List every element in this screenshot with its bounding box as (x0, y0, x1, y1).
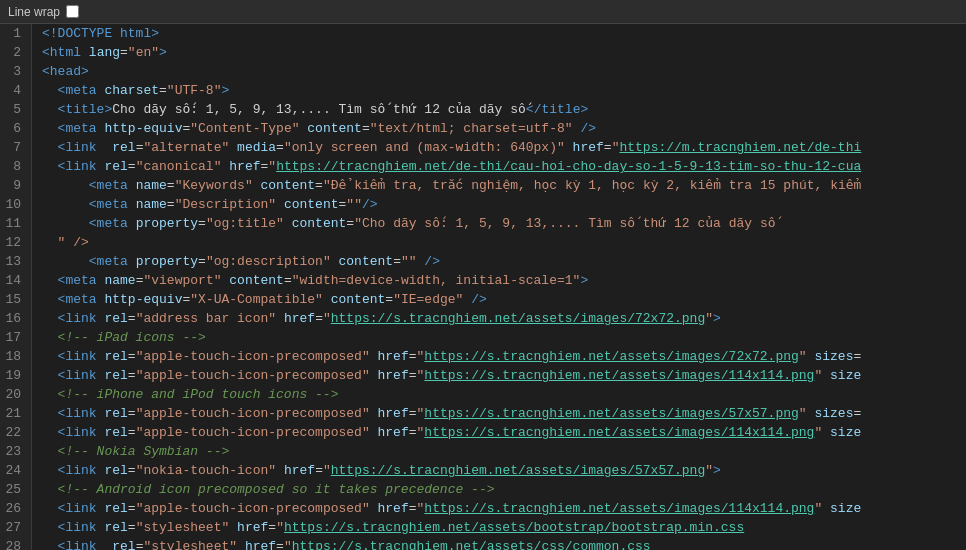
line-number: 1 (0, 24, 25, 43)
line-number: 8 (0, 157, 25, 176)
code-line: <link rel="nokia-touch-icon" href="https… (42, 461, 966, 480)
line-number: 21 (0, 404, 25, 423)
code-line: <link rel="apple-touch-icon-precomposed"… (42, 366, 966, 385)
line-number: 16 (0, 309, 25, 328)
code-line: <!-- Android icon precomposed so it take… (42, 480, 966, 499)
code-line: <head> (42, 62, 966, 81)
line-number: 11 (0, 214, 25, 233)
code-line: <html lang="en"> (42, 43, 966, 62)
code-line: <meta property="og:title" content="Cho d… (42, 214, 966, 233)
line-number: 2 (0, 43, 25, 62)
line-number: 23 (0, 442, 25, 461)
line-number: 19 (0, 366, 25, 385)
code-line: <meta name="Description" content=""/> (42, 195, 966, 214)
line-number: 18 (0, 347, 25, 366)
line-wrap-label: Line wrap (8, 5, 60, 19)
top-bar: Line wrap (0, 0, 966, 24)
line-number: 5 (0, 100, 25, 119)
code-line: <link rel="alternate" media="only screen… (42, 138, 966, 157)
line-number: 24 (0, 461, 25, 480)
line-wrap-checkbox[interactable] (66, 5, 79, 18)
code-line: " /> (42, 233, 966, 252)
line-number: 20 (0, 385, 25, 404)
line-number: 17 (0, 328, 25, 347)
code-content: <!DOCTYPE html><html lang="en"><head> <m… (32, 24, 966, 550)
code-line: <link rel="canonical" href="https://trac… (42, 157, 966, 176)
code-line: <!-- iPhone and iPod touch icons --> (42, 385, 966, 404)
line-number: 6 (0, 119, 25, 138)
code-line: <!-- iPad icons --> (42, 328, 966, 347)
code-line: <link rel="apple-touch-icon-precomposed"… (42, 347, 966, 366)
line-number: 3 (0, 62, 25, 81)
line-number: 7 (0, 138, 25, 157)
line-number: 10 (0, 195, 25, 214)
code-line: <meta property="og:description" content=… (42, 252, 966, 271)
line-number: 25 (0, 480, 25, 499)
code-line: <meta http-equiv="Content-Type" content=… (42, 119, 966, 138)
code-line: <link rel="apple-touch-icon-precomposed"… (42, 423, 966, 442)
code-line: <link rel="address bar icon" href="https… (42, 309, 966, 328)
code-line: <link rel="stylesheet" href="https://s.t… (42, 518, 966, 537)
code-line: <title>Cho dãy số: 1, 5, 9, 13,.... Tìm … (42, 100, 966, 119)
code-line: <link rel="stylesheet" href="https://s.t… (42, 537, 966, 550)
code-line: <link rel="apple-touch-icon-precomposed"… (42, 499, 966, 518)
code-line: <!DOCTYPE html> (42, 24, 966, 43)
code-line: <link rel="apple-touch-icon-precomposed"… (42, 404, 966, 423)
line-number: 13 (0, 252, 25, 271)
line-number: 22 (0, 423, 25, 442)
line-number: 9 (0, 176, 25, 195)
code-line: <meta name="viewport" content="width=dev… (42, 271, 966, 290)
code-line: <meta name="Keywords" content="Để kiểm t… (42, 176, 966, 195)
line-numbers: 1234567891011121314151617181920212223242… (0, 24, 32, 550)
line-number: 14 (0, 271, 25, 290)
code-line: <meta http-equiv="X-UA-Compatible" conte… (42, 290, 966, 309)
code-line: <meta charset="UTF-8"> (42, 81, 966, 100)
line-number: 26 (0, 499, 25, 518)
code-area: 1234567891011121314151617181920212223242… (0, 24, 966, 550)
line-number: 27 (0, 518, 25, 537)
code-line: <!-- Nokia Symbian --> (42, 442, 966, 461)
line-number: 28 (0, 537, 25, 550)
line-number: 4 (0, 81, 25, 100)
line-number: 12 (0, 233, 25, 252)
line-number: 15 (0, 290, 25, 309)
